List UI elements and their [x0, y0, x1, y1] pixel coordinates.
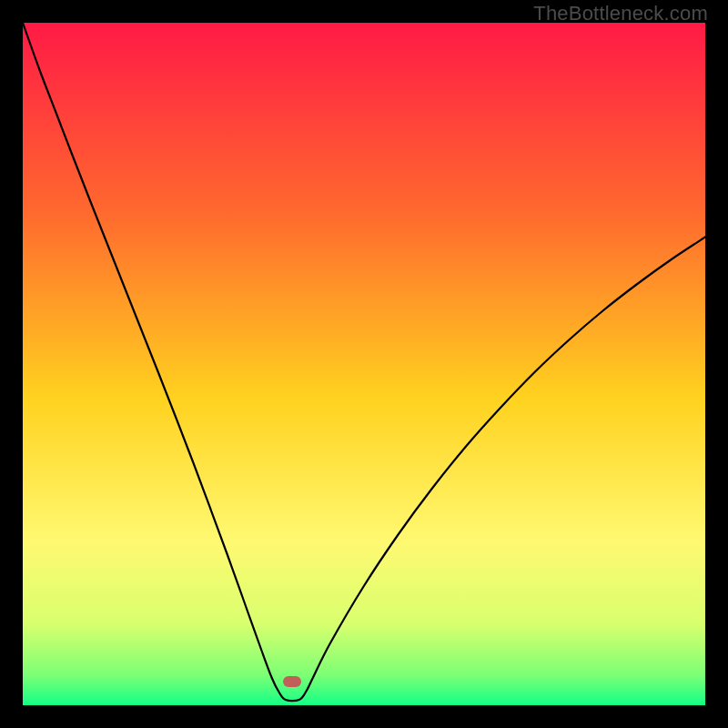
gradient-background — [23, 23, 705, 705]
plot-area — [23, 23, 705, 705]
chart-frame: TheBottleneck.com — [0, 0, 728, 728]
optimal-point-marker — [283, 676, 301, 687]
chart-svg — [23, 23, 705, 705]
